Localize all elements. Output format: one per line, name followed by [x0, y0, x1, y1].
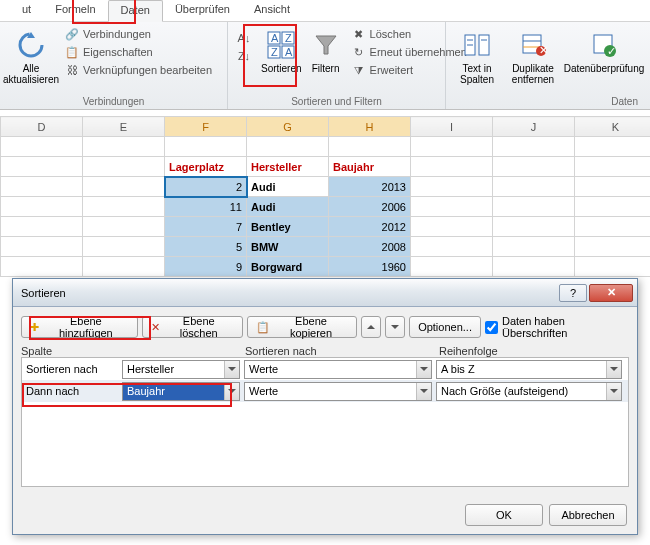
sort-label: Sortieren: [261, 63, 302, 74]
tab-formulas[interactable]: Formeln: [43, 0, 107, 21]
tab-data[interactable]: Daten: [108, 0, 163, 22]
svg-rect-10: [479, 35, 489, 55]
svg-text:Z: Z: [271, 46, 278, 58]
add-icon: ✚: [30, 321, 39, 334]
dialog-titlebar[interactable]: Sortieren ? ✕: [13, 279, 637, 307]
level2-order-combo[interactable]: Nach Größe (aufsteigend): [436, 382, 622, 401]
dlg-header-order: Reihenfolge: [439, 345, 629, 357]
connections-icon: 🔗: [65, 27, 79, 41]
move-up-button[interactable]: [361, 316, 381, 338]
svg-text:A: A: [285, 46, 293, 58]
level2-label: Dann nach: [24, 385, 122, 397]
chevron-down-icon: [606, 383, 621, 400]
table-row: 5 BMW 2008: [1, 237, 651, 257]
properties-btn[interactable]: 📋Eigenschaften: [62, 44, 215, 60]
options-button[interactable]: Optionen...: [409, 316, 481, 338]
sort-dialog: Sortieren ? ✕ ✚Ebene hinzufügen ✕Ebene l…: [12, 278, 638, 535]
ttc-label: Text in Spalten: [453, 63, 501, 85]
advanced-icon: ⧩: [352, 63, 366, 77]
table-row: 7 Bentley 2012: [1, 217, 651, 237]
table-row: 11 Audi 2006: [1, 197, 651, 217]
svg-text:✕: ✕: [539, 44, 547, 56]
group-connections-label: Verbindungen: [6, 96, 221, 109]
level2-column-combo[interactable]: Baujahr: [122, 382, 240, 401]
data-validation-button[interactable]: ✓ Datenüberprüfung: [564, 24, 644, 90]
sort-desc-btn[interactable]: Z↓: [234, 48, 254, 64]
svg-text:✓: ✓: [607, 45, 616, 57]
refresh-all-button[interactable]: Alle aktualisieren: [6, 24, 56, 90]
filter-icon: [310, 29, 342, 61]
tab-review[interactable]: Überprüfen: [163, 0, 242, 21]
col-K[interactable]: K: [575, 117, 651, 137]
tab-view[interactable]: Ansicht: [242, 0, 302, 21]
col-J[interactable]: J: [493, 117, 575, 137]
chevron-down-icon: [224, 383, 239, 400]
dialog-title: Sortieren: [21, 287, 66, 299]
ribbon-tabs: ut Formeln Daten Überprüfen Ansicht: [0, 0, 650, 22]
level1-sorton-combo[interactable]: Werte: [244, 360, 432, 379]
remove-duplicates-button[interactable]: ✕ Duplikate entfernen: [508, 24, 558, 90]
sort-level-2[interactable]: Dann nach Baujahr Werte Nach Größe (aufs…: [22, 380, 628, 402]
hdr-baujahr[interactable]: Baujahr: [329, 157, 411, 177]
table-row: 2 Audi 2013: [1, 177, 651, 197]
reapply-icon: ↻: [352, 45, 366, 59]
filter-label: Filtern: [312, 63, 340, 74]
copy-level-button[interactable]: 📋Ebene kopieren: [247, 316, 357, 338]
cancel-button[interactable]: Abbrechen: [549, 504, 627, 526]
data-validation-icon: ✓: [588, 29, 620, 61]
level1-order-combo[interactable]: A bis Z: [436, 360, 622, 379]
clear-icon: ✖: [352, 27, 366, 41]
col-D[interactable]: D: [1, 117, 83, 137]
group-data-label: Daten: [452, 96, 644, 109]
svg-text:A: A: [271, 32, 279, 44]
delete-level-button[interactable]: ✕Ebene löschen: [142, 316, 243, 338]
filter-button[interactable]: Filtern: [309, 24, 343, 90]
dlg-header-sortby: Sortieren nach: [245, 345, 439, 357]
sort-button[interactable]: AZZA Sortieren: [260, 24, 303, 90]
col-H[interactable]: H: [329, 117, 411, 137]
col-I[interactable]: I: [411, 117, 493, 137]
sort-level-1[interactable]: Sortieren nach Hersteller Werte A bis Z: [22, 358, 628, 380]
headers-checkbox[interactable]: [485, 321, 498, 334]
headers-checkbox-label[interactable]: Daten haben Überschriften: [485, 315, 629, 339]
links-icon: ⛓: [65, 63, 79, 77]
dlg-header-column: Spalte: [21, 345, 121, 357]
col-F[interactable]: F: [165, 117, 247, 137]
move-down-button[interactable]: [385, 316, 405, 338]
refresh-icon: [15, 29, 47, 61]
chevron-down-icon: [224, 361, 239, 378]
col-E[interactable]: E: [83, 117, 165, 137]
sort-asc-btn[interactable]: A↓: [234, 30, 254, 46]
delete-icon: ✕: [151, 321, 160, 334]
header-row: Lagerplatz Hersteller Baujahr: [1, 157, 651, 177]
copy-icon: 📋: [256, 321, 270, 334]
group-sort-filter-label: Sortieren und Filtern: [234, 96, 439, 109]
sort-levels-area: Sortieren nach Hersteller Werte A bis Z …: [21, 357, 629, 487]
table-row: 9 Borgward 1960: [1, 257, 651, 277]
chevron-up-icon: [367, 325, 375, 329]
tab-layout[interactable]: ut: [10, 0, 43, 21]
level1-label: Sortieren nach: [24, 363, 122, 375]
dialog-close-button[interactable]: ✕: [589, 284, 633, 302]
level1-column-combo[interactable]: Hersteller: [122, 360, 240, 379]
hdr-lagerplatz[interactable]: Lagerplatz: [165, 157, 247, 177]
dup-label: Duplikate entfernen: [509, 63, 557, 85]
ok-button[interactable]: OK: [465, 504, 543, 526]
chevron-down-icon: [416, 361, 431, 378]
sort-asc-icon: A↓: [237, 31, 251, 45]
remove-duplicates-icon: ✕: [517, 29, 549, 61]
connections-btn[interactable]: 🔗Verbindungen: [62, 26, 215, 42]
level2-sorton-combo[interactable]: Werte: [244, 382, 432, 401]
dialog-help-button[interactable]: ?: [559, 284, 587, 302]
valid-label: Datenüberprüfung: [564, 63, 645, 74]
hdr-hersteller[interactable]: Hersteller: [247, 157, 329, 177]
sort-icon: AZZA: [265, 29, 297, 61]
add-level-button[interactable]: ✚Ebene hinzufügen: [21, 316, 138, 338]
text-to-columns-button[interactable]: Text in Spalten: [452, 24, 502, 90]
col-G[interactable]: G: [247, 117, 329, 137]
svg-text:Z: Z: [285, 32, 292, 44]
chevron-down-icon: [416, 383, 431, 400]
chevron-down-icon: [606, 361, 621, 378]
text-to-columns-icon: [461, 29, 493, 61]
edit-links-btn[interactable]: ⛓Verknüpfungen bearbeiten: [62, 62, 215, 78]
